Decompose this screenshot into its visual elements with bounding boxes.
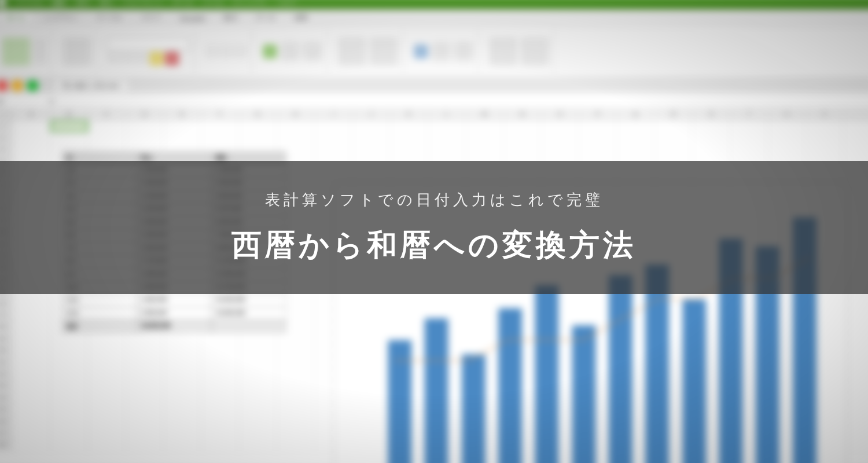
column-header[interactable]: N xyxy=(503,109,541,120)
cell[interactable] xyxy=(768,133,806,144)
cell[interactable] xyxy=(617,144,654,155)
cell[interactable] xyxy=(277,133,315,144)
row-header[interactable]: 27 xyxy=(0,428,13,439)
minimize-window-button[interactable] xyxy=(12,80,23,91)
row-header[interactable]: 22 xyxy=(0,369,13,380)
align-left-button[interactable] xyxy=(205,45,218,57)
font-select[interactable] xyxy=(107,37,190,50)
cell[interactable] xyxy=(239,333,277,344)
cell[interactable] xyxy=(13,439,50,450)
cell[interactable] xyxy=(13,297,50,308)
font-color-button[interactable] xyxy=(165,51,179,65)
cell[interactable] xyxy=(88,333,126,344)
cell[interactable] xyxy=(126,439,164,450)
column-header[interactable]: F xyxy=(201,109,239,120)
cell[interactable] xyxy=(50,369,88,380)
cell[interactable] xyxy=(126,333,164,344)
column-header[interactable]: U xyxy=(768,109,806,120)
cell[interactable] xyxy=(239,380,277,391)
cell[interactable] xyxy=(13,404,50,415)
cell[interactable] xyxy=(579,133,617,144)
cell[interactable] xyxy=(239,345,277,356)
cell[interactable] xyxy=(503,144,541,155)
cell[interactable] xyxy=(201,357,239,368)
cell[interactable] xyxy=(277,404,315,415)
cell[interactable] xyxy=(579,120,617,131)
row-header[interactable]: 25 xyxy=(0,404,13,415)
cell[interactable] xyxy=(13,321,50,332)
row-header[interactable]: 2 xyxy=(0,133,13,144)
cell[interactable] xyxy=(277,345,315,356)
cell[interactable] xyxy=(88,439,126,450)
cell[interactable] xyxy=(391,144,428,155)
cell[interactable] xyxy=(164,133,201,144)
cell[interactable] xyxy=(542,144,579,155)
menu-view[interactable]: 表示 xyxy=(76,0,89,7)
cell[interactable] xyxy=(126,133,164,144)
cell[interactable] xyxy=(13,357,50,368)
menu-edit[interactable]: 編集 xyxy=(53,0,65,7)
cell[interactable] xyxy=(88,120,126,131)
tab-smartart[interactable]: SmartArt xyxy=(171,13,214,24)
tab-home[interactable]: ホーム xyxy=(0,10,34,24)
cell[interactable] xyxy=(277,120,315,131)
cell[interactable] xyxy=(126,416,164,427)
cell[interactable] xyxy=(126,345,164,356)
autosum-button[interactable] xyxy=(489,37,517,65)
row-header[interactable]: 19 xyxy=(0,333,13,344)
cell[interactable] xyxy=(239,357,277,368)
menu-file[interactable]: ファイル xyxy=(16,0,42,7)
cell[interactable] xyxy=(806,144,844,155)
cell[interactable] xyxy=(13,333,50,344)
cell[interactable] xyxy=(50,392,88,403)
fullscreen-window-button[interactable] xyxy=(27,80,38,91)
align-center-button[interactable] xyxy=(220,45,233,57)
row-header[interactable]: 23 xyxy=(0,380,13,391)
cell[interactable] xyxy=(466,144,503,155)
cell[interactable] xyxy=(50,357,88,368)
conditional-format-button[interactable] xyxy=(338,37,366,65)
row-header[interactable]: 20 xyxy=(0,345,13,356)
column-header[interactable]: B xyxy=(50,109,88,120)
cell[interactable] xyxy=(768,144,806,155)
column-header[interactable]: T xyxy=(730,109,768,120)
cell[interactable] xyxy=(768,120,806,131)
cell[interactable] xyxy=(13,120,50,131)
cell[interactable] xyxy=(239,439,277,450)
cell[interactable] xyxy=(201,404,239,415)
cell[interactable] xyxy=(352,120,390,131)
cell[interactable] xyxy=(806,133,844,144)
percent-button[interactable] xyxy=(281,42,300,61)
cell[interactable] xyxy=(201,428,239,439)
cell[interactable] xyxy=(654,144,692,155)
copy-button[interactable] xyxy=(34,51,46,64)
cell[interactable] xyxy=(50,404,88,415)
cell[interactable] xyxy=(50,416,88,427)
cell[interactable] xyxy=(277,416,315,427)
underline-button[interactable] xyxy=(135,51,148,64)
row-header[interactable]: 16 xyxy=(0,297,13,308)
cell[interactable] xyxy=(164,369,201,380)
format-cells-button[interactable] xyxy=(454,42,473,61)
cell[interactable] xyxy=(13,345,50,356)
cell-reference[interactable]: B2 xyxy=(0,97,43,104)
cell[interactable] xyxy=(277,333,315,344)
cell[interactable] xyxy=(126,428,164,439)
cell[interactable] xyxy=(277,380,315,391)
cell[interactable] xyxy=(654,120,692,131)
cell[interactable] xyxy=(164,380,201,391)
row-header[interactable]: 24 xyxy=(0,392,13,403)
cell[interactable] xyxy=(466,133,503,144)
column-header[interactable]: M xyxy=(466,109,503,120)
cell[interactable] xyxy=(88,380,126,391)
cell[interactable] xyxy=(239,404,277,415)
row-header[interactable]: 18 xyxy=(0,321,13,332)
column-header[interactable]: H xyxy=(277,109,315,120)
column-header[interactable]: J xyxy=(352,109,390,120)
cell[interactable] xyxy=(88,345,126,356)
cell[interactable] xyxy=(428,133,466,144)
cell[interactable] xyxy=(88,428,126,439)
cell[interactable] xyxy=(164,120,201,131)
cell[interactable] xyxy=(126,369,164,380)
cell[interactable] xyxy=(50,439,88,450)
